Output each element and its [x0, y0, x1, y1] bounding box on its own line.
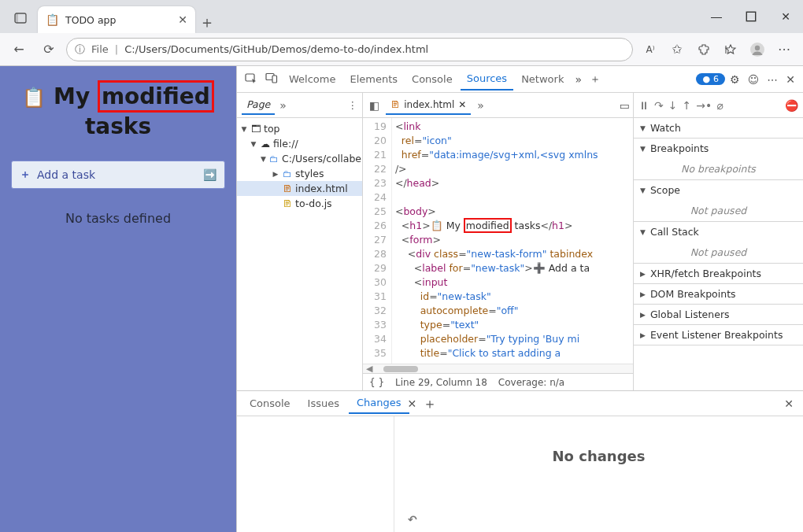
tree-row-todo-js[interactable]: 🖹to-do.js: [237, 196, 362, 211]
clipboard-icon: 📋: [22, 87, 46, 109]
debugger-section-scope[interactable]: ▼ScopeNot paused: [634, 180, 803, 222]
disclosure-icon[interactable]: ▼: [640, 124, 646, 132]
tab-favicon-icon: 📋: [46, 13, 59, 26]
devtools-panel: Welcome Elements Console Sources Network…: [236, 66, 803, 532]
more-tabs-icon[interactable]: »: [572, 70, 585, 89]
disclosure-icon[interactable]: ▼: [640, 187, 646, 194]
site-info-icon[interactable]: ⓘ: [75, 42, 85, 57]
favorites-bar-icon[interactable]: [718, 37, 743, 62]
debug-step-out-icon[interactable]: ↑: [682, 99, 691, 112]
drawer-tab-console[interactable]: Console: [242, 393, 298, 413]
changes-content: No changes ↶: [394, 416, 803, 532]
debugger-section-call-stack[interactable]: ▼Call StackNot paused: [634, 222, 803, 264]
editor-more-tabs-icon[interactable]: »: [474, 99, 487, 112]
braces-icon[interactable]: { }: [369, 377, 384, 388]
tree-row-scheme[interactable]: ▼☁︎file://: [237, 136, 362, 151]
editor-nav-icon[interactable]: ◧: [366, 99, 383, 112]
url-path: C:/Users/Documents/GitHub/Demos/demo-to-…: [124, 43, 428, 55]
url-input[interactable]: ⓘ File | C:/Users/Documents/GitHub/Demos…: [66, 38, 633, 61]
changes-file-list: [237, 416, 394, 532]
debugger-section-dom-breakpoints[interactable]: ▶DOM Breakpoints: [634, 284, 803, 305]
editor-tab-close-icon[interactable]: ✕: [458, 99, 466, 110]
drawer-add-tab-icon[interactable]: ＋: [418, 394, 442, 413]
tree-row-styles[interactable]: ▶🗀styles: [237, 166, 362, 181]
svg-rect-2: [746, 12, 755, 20]
devtools-tabs: Welcome Elements Console Sources Network…: [237, 66, 803, 93]
devtools-tab-sources[interactable]: Sources: [461, 68, 513, 91]
page-pane-tab[interactable]: Page: [242, 95, 275, 115]
read-aloud-icon[interactable]: A⁾: [638, 37, 663, 62]
tab-close-icon[interactable]: ✕: [178, 13, 187, 26]
devtools-close-icon[interactable]: ✕: [783, 70, 798, 89]
drawer-close-icon[interactable]: ✕: [784, 397, 794, 410]
navigator-more-icon[interactable]: »: [279, 99, 287, 112]
inspect-element-icon[interactable]: [242, 68, 261, 90]
svg-rect-8: [272, 76, 277, 83]
address-bar: ← ⟳ ⓘ File | C:/Users/Documents/GitHub/D…: [0, 33, 803, 66]
tree-row-folder1[interactable]: ▼🗀C:/Users/collabera: [237, 151, 362, 166]
new-tab-button[interactable]: ＋: [195, 12, 219, 33]
code-body[interactable]: <link rel="icon" href="data:image/svg+xm…: [392, 118, 601, 364]
disclosure-icon[interactable]: ▶: [640, 331, 646, 339]
devtools-tab-network[interactable]: Network: [515, 68, 570, 90]
scrollbar-thumb[interactable]: [383, 366, 418, 372]
debug-pause-icon[interactable]: ⏸: [638, 99, 649, 112]
debug-step-into-icon[interactable]: ↓: [668, 99, 678, 112]
tab-actions-icon[interactable]: [8, 6, 33, 31]
rendered-page: 📋 My modified tasks ＋ Add a task ➡️ No t…: [0, 66, 236, 532]
window-titlebar: 📋 TODO app ✕ ＋ ― ✕: [0, 0, 803, 33]
profile-icon[interactable]: [745, 37, 770, 62]
window-close-button[interactable]: ✕: [768, 0, 803, 33]
debugger-section-watch[interactable]: ▼Watch: [634, 118, 803, 139]
feedback-icon[interactable]: ☺: [745, 70, 763, 89]
settings-icon[interactable]: ⚙: [727, 70, 743, 89]
debug-pause-exceptions-icon[interactable]: ⛔: [785, 99, 798, 112]
extensions-icon[interactable]: [691, 37, 716, 62]
disclosure-icon[interactable]: ▶: [640, 311, 646, 319]
debug-step-icon[interactable]: →•: [696, 99, 712, 112]
browser-tab[interactable]: 📋 TODO app ✕: [38, 6, 195, 33]
revert-icon[interactable]: ↶: [408, 513, 417, 526]
disclosure-icon[interactable]: ▼: [640, 145, 646, 153]
drawer-tab-issues[interactable]: Issues: [300, 393, 347, 413]
editor-file-tab[interactable]: 🖹 index.html ✕: [386, 96, 471, 115]
devtools-tab-elements[interactable]: Elements: [343, 68, 404, 90]
disclosure-icon[interactable]: ▼: [640, 228, 646, 236]
favorite-icon[interactable]: ✩: [664, 37, 690, 62]
tree-row-index-html[interactable]: 🖹index.html: [237, 181, 362, 196]
debug-step-over-icon[interactable]: ↷: [654, 99, 664, 112]
debug-deactivate-icon[interactable]: ⌀: [716, 99, 723, 112]
drawer-tab-close-icon[interactable]: ✕: [408, 397, 417, 410]
debugger-section-xhr-fetch-breakpoints[interactable]: ▶XHR/fetch Breakpoints: [634, 264, 803, 284]
section-body: Not paused: [634, 200, 803, 221]
window-maximize-button[interactable]: [734, 0, 768, 33]
add-task-input[interactable]: ＋ Add a task ➡️: [11, 161, 225, 189]
drawer-tab-changes[interactable]: Changes: [349, 393, 409, 414]
nav-refresh-button[interactable]: ⟳: [36, 37, 61, 62]
disclosure-icon[interactable]: ▶: [640, 290, 646, 298]
editor-horizontal-scrollbar[interactable]: ◀: [363, 364, 633, 373]
submit-arrow-icon[interactable]: ➡️: [203, 168, 216, 181]
code-editor[interactable]: 1920212223242526272829303132333435363738…: [363, 118, 633, 364]
editor-drawer-toggle-icon[interactable]: ▭: [620, 99, 630, 112]
browser-menu-button[interactable]: ⋯: [772, 37, 797, 62]
debugger-section-breakpoints[interactable]: ▼BreakpointsNo breakpoints: [634, 139, 803, 180]
debugger-section-event-listener-breakpoints[interactable]: ▶Event Listener Breakpoints: [634, 325, 803, 345]
status-coverage: Coverage: n/a: [498, 377, 564, 388]
new-panel-icon[interactable]: ＋: [587, 69, 604, 90]
page-title-highlight: modified: [98, 80, 214, 113]
line-gutter: 1920212223242526272829303132333435363738…: [363, 118, 392, 364]
device-toggle-icon[interactable]: [262, 68, 281, 90]
devtools-menu-icon[interactable]: ⋯: [764, 70, 781, 89]
nav-back-button[interactable]: ←: [6, 37, 31, 62]
tree-row-top[interactable]: ▼🗔top: [237, 121, 362, 136]
disclosure-icon[interactable]: ▶: [640, 270, 646, 278]
devtools-tab-welcome[interactable]: Welcome: [283, 68, 342, 90]
issues-badge[interactable]: ● 6: [696, 73, 725, 85]
navigator-menu-icon[interactable]: ⋮: [348, 99, 358, 111]
window-minimize-button[interactable]: ―: [699, 0, 734, 33]
debugger-section-global-listeners[interactable]: ▶Global Listeners: [634, 305, 803, 325]
no-changes-text: No changes: [553, 448, 646, 464]
file-tree: ▼🗔top ▼☁︎file:// ▼🗀C:/Users/collabera ▶🗀…: [237, 118, 362, 214]
devtools-tab-console[interactable]: Console: [405, 68, 459, 90]
